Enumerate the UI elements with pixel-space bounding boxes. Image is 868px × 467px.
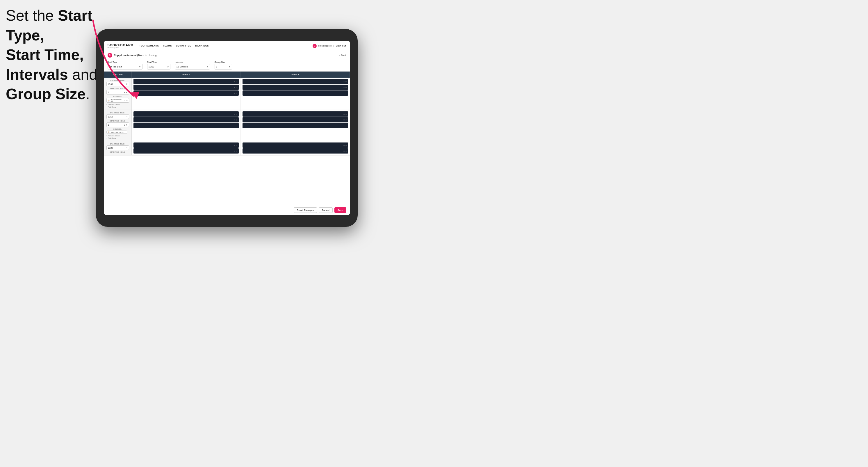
start-time-select[interactable]: 10:00 ⏱ [147,64,170,69]
player-remove[interactable]: × ○ [234,144,238,147]
course-label-1: COURSE: [106,96,129,97]
intervals-value: 10 Minutes [177,65,188,68]
player-remove[interactable]: × ○ [234,80,238,83]
player-remove[interactable]: × ○ [343,150,347,152]
tablet-shell: SCOREBOARD Powered by clippd TOURNAMENTS… [96,29,358,227]
course-tag-2: 🏌 East Lake GC × + [106,130,127,134]
start-type-value: 1st Tee Start [109,65,122,68]
starting-time-input-3[interactable]: 10:20 ⏱ [106,146,129,150]
starting-hole-label-1: STARTING HOLE: [106,88,129,89]
starting-hole-input-2[interactable]: 1 ▲▼ [106,122,129,127]
sign-out-link[interactable]: Sign out [336,43,346,48]
intervals-label: Intervals [175,61,210,63]
group-size-group: Group Size 3 ▼ [215,61,232,69]
group-size-value: 3 [216,65,217,68]
player-row [133,123,239,128]
player-row: × ○ [243,117,348,122]
group-3-left-panel: STARTING TIME: 10:20 ⏱ STARTING HOLE: [104,141,132,155]
start-time-value: 10:00 [149,65,154,68]
player-remove[interactable]: × ○ [343,144,347,147]
player-remove[interactable]: × ○ [343,119,347,121]
group-1-left-panel: STARTING TIME: 10:00 ⏱ STARTING HOLE: 1 … [104,77,132,110]
th-team1: Team 1 [132,71,241,77]
player-row: × ○ [133,79,239,84]
remove-group-1[interactable]: ○ Remove Group [106,104,129,105]
nav-right: B blair@clippd.io | Sign out [313,43,346,48]
course-label-2: COURSE: [106,128,129,130]
nav-rankings[interactable]: RANKINGS [195,43,209,48]
instruction-bold1: Start Type, [6,7,92,43]
player-remove[interactable]: × ○ [234,113,238,116]
player-remove[interactable]: × ○ [234,119,238,121]
player-row [243,90,348,96]
reset-changes-button[interactable]: Reset Changes [294,207,317,213]
course-add-1[interactable]: + [126,99,127,101]
group-size-chevron: ▼ [228,66,230,68]
starting-time-input-1[interactable]: 10:00 ⏱ [106,82,129,86]
th-team2: Team 2 [241,71,350,77]
nav-tournaments[interactable]: TOURNAMENTS [139,43,159,48]
intervals-group: Intervals 10 Minutes ▼ [175,61,210,69]
group-3-team1: × ○ × ○ [132,141,241,155]
group-size-label: Group Size [215,61,232,63]
tablet-screen: SCOREBOARD Powered by clippd TOURNAMENTS… [104,41,350,215]
starting-hole-input-1[interactable]: 1 ▲▼ [106,90,129,94]
player-remove[interactable]: × ○ [343,113,347,116]
instruction-line3: Intervals [6,66,68,83]
group-row-2: STARTING TIME: 10:10 ⏱ STARTING HOLE: 1 … [104,110,350,141]
cancel-button[interactable]: Cancel [319,207,333,213]
sign-out-separator: | [334,45,334,47]
logo-text: SCOREBOARD [107,43,133,47]
player-row: × ○ [243,79,348,84]
player-row: × ○ [133,85,239,90]
player-row: × ○ [243,148,348,154]
back-button[interactable]: < Back [339,54,346,56]
player-remove[interactable]: × ○ [234,86,238,89]
add-group-1[interactable]: + Add Group [106,106,129,108]
player-row: × ○ [243,112,348,117]
start-time-label: Start Time [147,61,170,63]
starting-hole-label-3: STARTING HOLE: [106,151,129,153]
player-row: × ○ [243,85,348,90]
breadcrumb-icon: C [107,53,112,58]
nav-committee[interactable]: COMMITTEE [176,43,191,48]
group-2-team2: × ○ × ○ [241,110,350,141]
navbar: SCOREBOARD Powered by clippd TOURNAMENTS… [104,41,350,51]
group-2-left-panel: STARTING TIME: 10:10 ⏱ STARTING HOLE: 1 … [104,110,132,141]
user-avatar: B [313,44,317,48]
player-remove[interactable]: × ○ [234,150,238,152]
course-remove-1[interactable]: × [124,99,125,101]
group-1-team2: × ○ × ○ [241,77,350,110]
player-row: × ○ [243,143,348,148]
starting-time-input-2[interactable]: 10:10 ⏱ [106,114,129,119]
remove-group-2[interactable]: ○ Remove Group [106,135,129,137]
breadcrumb-current: Hosting [148,54,157,57]
group-row-1: STARTING TIME: 10:00 ⏱ STARTING HOLE: 1 … [104,77,350,110]
save-button[interactable]: Save [334,207,346,213]
main-content: Tee Time Team 1 Team 2 STARTING TIME: 10… [104,71,350,205]
start-time-group: Start Time 10:00 ⏱ [147,61,170,69]
start-type-chevron: ▼ [139,66,141,68]
nav-teams[interactable]: TEAMS [163,43,172,48]
starting-hole-label-2: STARTING HOLE: [106,120,129,122]
intervals-chevron: ▼ [207,66,209,68]
group-size-select[interactable]: 3 ▼ [215,64,232,69]
player-remove[interactable]: × ○ [343,80,347,83]
breadcrumb-separator: > [145,54,147,57]
add-group-2[interactable]: + Add Group [106,137,129,139]
course-add-2[interactable]: + [124,131,126,133]
group-3-team2: × ○ × ○ [241,141,350,155]
start-type-group: Start Type 1st Tee Start ▼ [107,61,143,69]
breadcrumb-title[interactable]: Clippd Invitational (Me... [114,54,144,57]
starting-time-label-2: STARTING TIME: [106,112,129,114]
player-row: × ○ [133,90,239,96]
nav-links: TOURNAMENTS TEAMS COMMITTEE RANKINGS [139,43,313,48]
course-remove-2[interactable]: × [122,131,124,133]
instruction-text: Set the Start Type, Start Time, Interval… [6,6,99,104]
intervals-select[interactable]: 10 Minutes ▼ [175,64,210,69]
start-type-select[interactable]: 1st Tee Start ▼ [107,64,143,69]
course-value-2: East Lake GC [111,131,122,133]
player-remove[interactable]: × ○ [234,92,238,94]
player-row: × ○ [133,148,239,154]
player-remove[interactable]: × ○ [343,86,347,89]
